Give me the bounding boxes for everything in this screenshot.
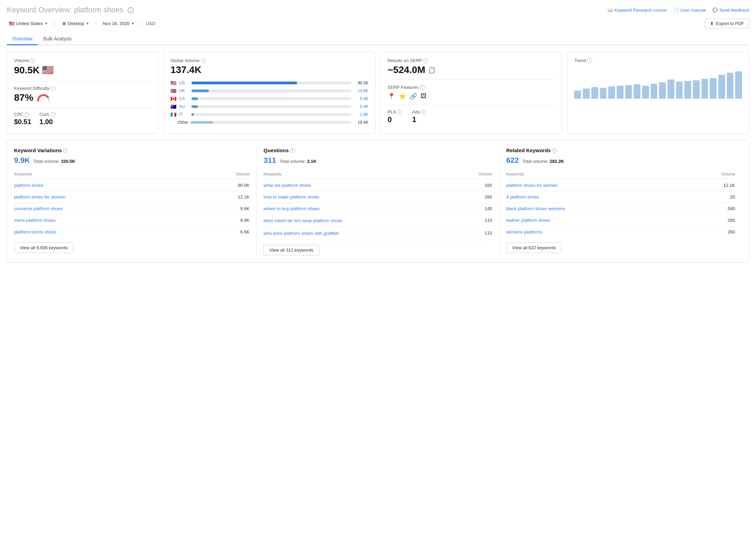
trend-info-icon[interactable]: i [587,58,592,63]
trend-bar [634,84,640,99]
kv-info-icon[interactable]: i [63,148,68,153]
q-keyword-link-0[interactable]: what are platform shoes [263,183,311,188]
trend-bar [727,73,734,99]
trend-bar [617,86,624,99]
country-code-other: Other [178,120,188,125]
q-info-icon[interactable]: i [290,148,295,153]
q-count: 311 [263,156,276,165]
device-selector[interactable]: 🖥 Desktop ▼ [60,20,92,27]
kv-keyword-link-4[interactable]: platform tennis shoes [14,229,57,234]
q-keyword-link-2[interactable]: where to buy platform shoes [263,206,319,211]
trend-bar [651,84,658,99]
pla-metric: PLA i 0 [388,109,402,124]
country-bar-fill-it [191,113,194,116]
serp-features-label: SERP Features i [388,85,555,90]
rk-vol-2: 590 [728,206,735,211]
rk-keyword-link-4[interactable]: womens platforms [506,229,542,234]
kv-keyword-link-2[interactable]: converse platform shoes [14,206,63,211]
pla-info-icon[interactable]: i [397,110,402,115]
rk-vol-1: 20 [730,194,735,200]
tab-overview[interactable]: Overview [7,33,38,45]
table-row: how to make platform shoes 260 [263,191,492,203]
header: Keyword Overview: platform shoes + 📖 Key… [7,5,749,14]
export-button[interactable]: ⬆ Export to PDF [705,19,749,28]
country-row-it: 🇮🇹 IT 1.9K [170,112,368,117]
ads-info-icon[interactable]: i [421,110,426,115]
date-selector[interactable]: Nov 16, 2020 ▼ [101,20,137,27]
keyword-text: platform shoes [74,5,123,14]
rk-keyword-link-0[interactable]: platform shoes for women [506,183,558,188]
metrics-row: Volume i 90.5K 🇺🇸 Keyword Difficulty i 8… [7,51,749,134]
rk-keyword-link-2[interactable]: black platform shoes womens [506,206,565,211]
country-bar-bg-au [191,105,351,108]
q-keyword-link-4[interactable]: who wore platform shoes with goldfish [263,230,485,237]
feedback-icon: 💬 [712,8,718,13]
trend-bar [693,80,700,99]
table-row: does robert de niro wear platform shoes … [263,215,492,227]
rk-keyword-link-3[interactable]: leather platform shoes [506,218,551,223]
q-keyword-link-1[interactable]: how to make platform shoes [263,194,319,200]
volume-info-icon[interactable]: i [30,58,35,63]
trend-bar [718,75,725,99]
table-row: 4 platform shoes 20 [506,191,735,203]
country-bar-bg-ca [191,97,351,100]
device-chevron-icon: ▼ [86,22,89,25]
view-all-q-button[interactable]: View all 311 keywords [263,245,319,255]
cpc-info-icon[interactable]: i [24,112,29,117]
table-row: what are platform shoes 320 [263,180,492,191]
country-bar-fill-uk [191,89,209,92]
rk-vol-3: 260 [728,218,735,223]
q-keyword-link-3[interactable]: does robert de niro wear platform shoes [263,218,485,224]
export-icon: ⬆ [710,21,714,26]
view-all-rk-button[interactable]: View all 622 keywords [506,242,562,253]
course-icon: 📖 [607,8,613,13]
serp-info-icon[interactable]: i [423,58,428,63]
volume-card: Volume i 90.5K 🇺🇸 Keyword Difficulty i 8… [7,51,158,134]
serp-label: Results on SERP i [388,58,555,63]
trend-bar [735,71,742,99]
q-table-header: Keywords Volume [263,170,492,179]
app-container: Keyword Overview: platform shoes + 📖 Key… [0,0,756,554]
rk-count: 622 [506,156,519,165]
table-row: where to buy platform shoes 140 [263,203,492,215]
keyword-variations-col: Keyword Variations i 9.9K Total volume: … [14,147,257,255]
table-row: platform shoes for women 12.1K [14,191,249,203]
serp-features-info-icon[interactable]: i [420,85,425,90]
kv-keyword-link-3[interactable]: mens platform shoes [14,218,56,223]
tabs: Overview Bulk Analysis [7,33,749,45]
ads-value: 1 [412,115,426,124]
currency-label: USD [146,21,155,26]
kv-keyword-link-1[interactable]: platform shoes for women [14,194,66,200]
rk-keyword-link-1[interactable]: 4 platform shoes [506,194,539,200]
tab-bulk-analysis[interactable]: Bulk Analysis [38,33,77,45]
country-flag: 🇺🇸 [9,21,14,26]
country-vol-uk: 14.8K [354,88,368,93]
kd-info-icon[interactable]: i [51,86,56,91]
kv-count: 9.9K [14,156,30,165]
com-info-icon[interactable]: i [51,112,56,117]
rk-vol-0: 12.1K [723,183,735,188]
send-feedback-link[interactable]: 💬 Send feedback [712,8,749,13]
link-icon: 🔗 [410,93,417,100]
country-selector[interactable]: 🇺🇸 United States ▼ [7,20,50,27]
trend-bar [642,86,649,99]
trend-bar [659,82,666,99]
related-keywords-col: Related Keywords i 622 Total volume: 282… [499,147,742,255]
trend-bar [668,80,674,99]
global-vol-info-icon[interactable]: i [201,58,206,63]
country-bar-fill-ca [191,97,198,100]
view-all-kv-button[interactable]: View all 9,936 keywords [14,242,73,253]
country-vol-other: 19.4K [354,120,368,125]
country-row-us: 🇺🇸 US 90.5K [170,80,368,86]
country-row-uk: 🇬🇧 UK 14.8K [170,88,368,94]
country-bar-bg-other [190,121,351,124]
user-manual-link[interactable]: 📄 User manual [674,8,706,13]
trend-bar [591,87,598,99]
add-keyword-button[interactable]: + [128,7,134,13]
rk-info-icon[interactable]: i [552,148,557,153]
keyword-research-course-link[interactable]: 📖 Keyword Research course [607,8,666,13]
header-links: 📖 Keyword Research course 📄 User manual … [607,8,749,13]
kv-keyword-link-0[interactable]: platform shoes [14,183,43,188]
trend-bar [625,85,632,99]
country-chevron-icon: ▼ [45,22,48,25]
